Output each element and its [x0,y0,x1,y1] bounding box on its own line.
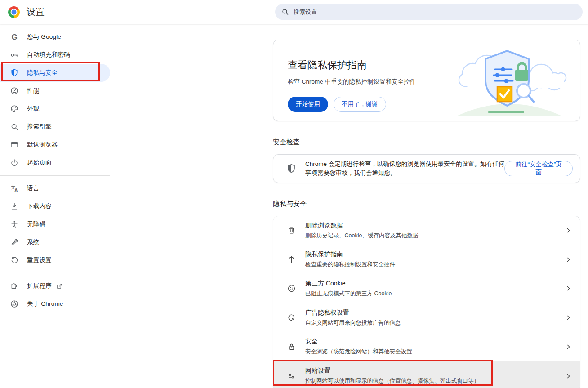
get-started-button[interactable]: 开始使用 [288,97,328,112]
list-item-privacy-guide[interactable]: 隐私保护指南 检查重要的隐私控制设置和安全控件 [273,245,580,275]
settings-search-bar[interactable] [275,4,583,20]
safety-check-section-title: 安全检查 [273,138,580,147]
search-input[interactable] [294,9,576,15]
chevron-right-icon [565,314,572,321]
sidebar-item-label: 隐私与安全 [27,69,58,77]
list-item-third-party-cookies[interactable]: 第三方 Cookie 已阻止无痕模式下的第三方 Cookie [273,274,580,303]
sidebar-item-default-browser[interactable]: 默认浏览器 [0,136,110,154]
wrench-icon [9,238,20,247]
ad-click-icon [287,313,298,322]
tune-icon [287,371,298,381]
search-icon [9,122,20,131]
shield-icon [9,68,20,77]
power-icon [9,158,20,167]
sidebar-item-label: 默认浏览器 [27,141,58,149]
chevron-right-icon [565,285,572,292]
list-item-title: 广告隐私权设置 [305,309,401,317]
sidebar-item-you-and-google[interactable]: G 您与 Google [0,28,110,46]
list-item-title: 网站设置 [305,367,480,375]
browser-window-icon [9,140,20,149]
lock-icon [287,342,298,352]
sidebar-item-performance[interactable]: 性能 [0,82,110,100]
sidebar-divider [0,175,110,176]
sidebar-item-accessibility[interactable]: 无障碍 [0,215,110,233]
chevron-right-icon [565,227,572,234]
sidebar-item-label: 下载内容 [27,202,52,210]
privacy-guide-promo-card: 查看隐私保护指南 检查 Chrome 中重要的隐私控制设置和安全控件 开始使用 … [273,40,580,121]
list-item-ad-privacy[interactable]: 广告隐私权设置 自定义网站可用来向您投放广告的信息 [273,303,580,333]
no-thanks-button[interactable]: 不用了，谢谢 [334,97,386,112]
search-icon [281,8,289,16]
list-item-title: 安全 [305,338,412,346]
list-item-subtitle: 控制网站可以使用和显示的信息（位置信息、摄像头、弹出式窗口等） [305,377,480,385]
key-icon [9,50,20,60]
sidebar-item-privacy-and-security[interactable]: 隐私与安全 [0,64,110,82]
speedometer-icon [9,86,20,95]
external-link-icon [56,283,63,290]
svg-text:A: A [14,188,18,192]
privacy-security-list: 删除浏览数据 删除历史记录、Cookie、缓存内容及其他数据 隐私保护指南 检查… [273,216,580,388]
sidebar-item-autofill[interactable]: 自动填充和密码 [0,46,110,64]
chevron-right-icon [565,343,572,350]
sidebar-divider [0,273,110,273]
go-to-safety-check-button[interactable]: 前往“安全检查”页面 [504,161,573,176]
page-title: 设置 [27,6,45,18]
chrome-icon [9,299,20,308]
trash-icon [287,226,298,235]
list-item-subtitle: 检查重要的隐私控制设置和安全控件 [305,261,395,268]
reset-icon [9,256,20,265]
list-item-title: 第三方 Cookie [305,280,392,288]
safety-check-description: Chrome 会定期进行检查，以确保您的浏览器使用最安全的设置。如有任何事项需要… [305,160,504,178]
sidebar-item-label: 语言 [27,184,39,192]
sidebar-item-label: 自动填充和密码 [27,51,70,59]
sidebar-item-languages[interactable]: 文 A 语言 [0,179,110,197]
sidebar-item-about-chrome[interactable]: 关于 Chrome [0,295,110,313]
sidebar-item-label: 外观 [27,105,39,113]
safety-check-card: Chrome 会定期进行检查，以确保您的浏览器使用最安全的设置。如有任何事项需要… [273,154,580,183]
sidebar-item-label: 扩展程序 [27,282,52,290]
list-item-subtitle: 删除历史记录、Cookie、缓存内容及其他数据 [305,232,418,240]
sidebar-item-label: 搜索引擎 [27,123,52,131]
sidebar-item-label: 系统 [27,238,39,246]
privacy-shield-illustration [450,45,568,116]
google-g-icon: G [9,33,20,41]
list-item-subtitle: 已阻止无痕模式下的第三方 Cookie [305,290,392,298]
cookie-icon [287,284,298,293]
chevron-right-icon [565,256,572,263]
chevron-right-icon [565,373,572,379]
list-item-delete-browsing-data[interactable]: 删除浏览数据 删除历史记录、Cookie、缓存内容及其他数据 [273,216,580,245]
chrome-logo-icon [8,6,20,18]
sidebar-item-label: 起始页面 [27,159,52,167]
sidebar-item-reset-settings[interactable]: 重置设置 [0,251,110,269]
settings-toolbar: 设置 [0,0,588,24]
sidebar-item-search-engine[interactable]: 搜索引擎 [0,118,110,136]
list-item-site-settings[interactable]: 网站设置 控制网站可以使用和显示的信息（位置信息、摄像头、弹出式窗口等） [273,361,580,388]
puzzle-icon [9,281,20,290]
palette-icon [9,104,20,113]
sidebar-item-label: 关于 Chrome [27,300,63,308]
signpost-icon [287,255,298,264]
list-item-subtitle: 安全浏览（防范危险网站）和其他安全设置 [305,348,412,356]
settings-content: 查看隐私保护指南 检查 Chrome 中重要的隐私控制设置和安全控件 开始使用 … [273,24,580,388]
sidebar-item-label: 重置设置 [27,256,52,264]
list-item-title: 隐私保护指南 [305,250,395,259]
list-item-subtitle: 自定义网站可用来向您投放广告的信息 [305,319,401,327]
shield-half-icon [286,163,297,174]
sidebar-item-on-startup[interactable]: 起始页面 [0,154,110,172]
list-item-title: 删除浏览数据 [305,222,418,230]
accessibility-icon [9,220,20,229]
settings-sidebar: G 您与 Google 自动填充和密码 隐私与安全 性能 [0,24,110,313]
sidebar-item-label: 性能 [27,87,39,95]
download-icon [9,202,20,211]
sidebar-item-system[interactable]: 系统 [0,233,110,251]
sidebar-item-extensions[interactable]: 扩展程序 [0,277,110,295]
list-item-security[interactable]: 安全 安全浏览（防范危险网站）和其他安全设置 [273,332,580,361]
sidebar-item-downloads[interactable]: 下载内容 [0,197,110,215]
sidebar-item-appearance[interactable]: 外观 [0,100,110,118]
translate-icon: 文 A [9,184,20,193]
sidebar-item-label: 无障碍 [27,220,45,228]
privacy-security-section-title: 隐私与安全 [273,200,580,208]
sidebar-item-label: 您与 Google [27,33,61,41]
